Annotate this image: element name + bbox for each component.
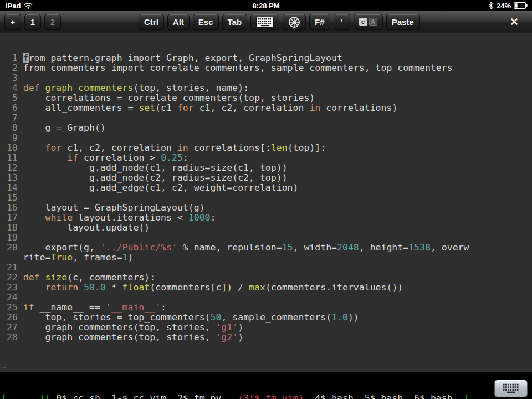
tab-2-button[interactable]: 2 [44,14,61,30]
code-line: 8 g = Graph() [0,123,532,133]
ctrl-label: Ctrl [144,17,158,27]
battery-icon [514,2,528,9]
tmux-window-list: 0$ cc sh 1-$ cc vim 2$ fm py [50,393,238,399]
code-line: rite=True, frames=1) [0,253,532,263]
code-line: 21 [0,263,532,273]
code-line: 16 layout = GraphSpringLayout(g) [0,203,532,213]
code-line: 9 [0,133,532,143]
alt-key-button[interactable]: Alt [167,14,190,30]
tmux-area: [ ][ 0$ cc sh 1-$ cc vim 2$ fm py (3*$ f… [0,372,532,399]
terminal-screen[interactable]: 1 from pattern.graph import Graph, expor… [0,33,532,399]
fsharp-key-button[interactable]: F# [309,14,330,30]
tmux-bracket: [ [1,393,7,399]
code-line: 6 all_commenters = set(c1 for c1, c2, co… [0,103,532,113]
tab-1-button[interactable]: 1 [24,14,41,30]
wheel-icon [288,16,300,28]
code-line: 10 for c1, c2, correlation in correlatio… [0,143,532,153]
code-line: 27 graph_commenters(top, stories, 'g1') [0,323,532,332]
close-session-button[interactable]: ✕ [504,14,524,30]
clock: 8:28 PM [0,2,532,10]
code-area: 1 from pattern.graph import Graph, expor… [0,53,532,342]
keyboard-icon [256,17,274,28]
code-line: 19 [0,233,532,243]
tab-key-label: Tab [228,17,242,27]
new-tab-label: + [11,17,16,27]
tmux-bracket: ] [464,393,469,399]
tmux-status-bar: [ ][ 0$ cc sh 1-$ cc vim 2$ fm py (3*$ f… [0,392,532,399]
tab-key-button[interactable]: Tab [222,14,248,30]
esc-label: Esc [198,17,213,27]
paste-button[interactable]: Paste [386,14,420,30]
code-line: 12 g.add_node(c1, radius=size(c1, top)) [0,163,532,173]
keyboard-toggle-button[interactable] [250,14,279,30]
empty-line-tilde: ~ [0,362,532,372]
tab-1-label: 1 [30,17,35,27]
terminal-toolbar: + 1 2 Ctrl Alt Esc Tab F# ' c A [0,11,532,33]
code-line: 2 from commenters import correlate_comme… [0,63,532,73]
close-icon: ✕ [510,16,519,28]
keymap-combo-button[interactable]: c A [354,14,383,30]
ctrl-key-button[interactable]: Ctrl [139,14,164,30]
show-keyboard-button[interactable] [494,380,528,397]
code-line: 7 [0,113,532,123]
alt-label: Alt [173,17,184,27]
code-line: 15 [0,193,532,203]
code-line: 14 g.add_edge(c1, c2, weight=correlation… [0,183,532,193]
tmux-bracket: ][ [40,393,51,399]
tmux-active-window: (3*$ fm vim) [238,393,304,399]
battery-percent: 24% [497,2,511,10]
code-line: 4 def graph_commenters(top, stories, nam… [0,83,532,93]
esc-key-button[interactable]: Esc [193,14,219,30]
tmux-window-list: 4$ bash 5$ bash 6$ bash [304,393,463,399]
code-line: 22 def size(c, commenters): [0,273,532,283]
ipad-status-bar: iPad 8:28 PM 24% [0,0,532,11]
code-line: 25 if __name__ == '__main__': [0,303,532,313]
code-line: 18 layout.update() [0,223,532,233]
quote-label: ' [341,17,343,27]
keycap-c-icon: c [359,18,367,26]
tab-2-label: 2 [50,17,55,27]
new-tab-button[interactable]: + [4,14,21,30]
fsharp-label: F# [315,17,325,27]
paste-label: Paste [392,17,414,27]
code-line: 5 correlations = correlate_commenters(to… [0,93,532,103]
code-line: 1 from pattern.graph import Graph, expor… [0,53,532,63]
keycap-a-icon: A [369,18,377,26]
tmux-window-list [7,393,40,399]
quote-key-button[interactable]: ' [334,14,350,30]
code-line: 26 top, stories = top_commenters(50, sam… [0,313,532,323]
code-line: 3 [0,73,532,83]
code-line: 24 [0,293,532,303]
keyboard-icon [501,382,521,395]
code-line: 28 graph_commenters(top, stories, 'g2') [0,332,532,342]
settings-wheel-button[interactable] [283,14,306,30]
code-line: 23 return 50.0 * float(commenters[c]) / … [0,283,532,293]
code-line: 11 if correlation > 0.25: [0,153,532,163]
bluetooth-icon [488,2,494,9]
code-line: 17 while layout.iterations < 1000: [0,213,532,223]
code-line: 20 export(g, '../Public/%s' % name, repu… [0,243,532,253]
code-line: 13 g.add_node(c2, radius=size(c2, top)) [0,173,532,183]
